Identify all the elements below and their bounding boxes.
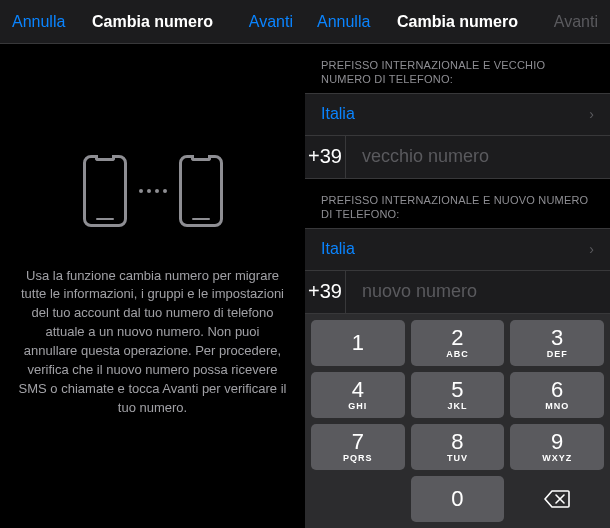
new-number-row: +39 xyxy=(305,271,610,314)
cancel-button[interactable]: Annulla xyxy=(12,13,65,31)
next-button[interactable]: Avanti xyxy=(249,13,293,31)
old-number-row: +39 xyxy=(305,136,610,179)
left-pane: Annulla Cambia numero Avanti Usa la funz… xyxy=(0,0,305,528)
key-3[interactable]: 3DEF xyxy=(510,320,604,366)
old-number-input[interactable] xyxy=(346,136,610,178)
key-7[interactable]: 7PQRS xyxy=(311,424,405,470)
key-1[interactable]: 1 xyxy=(311,320,405,366)
key-2[interactable]: 2ABC xyxy=(411,320,505,366)
transfer-dots-icon xyxy=(139,189,167,193)
next-button[interactable]: Avanti xyxy=(554,13,598,31)
old-country-name: Italia xyxy=(321,105,355,123)
left-header: Annulla Cambia numero Avanti xyxy=(0,0,305,44)
phones-illustration xyxy=(83,155,223,227)
key-4[interactable]: 4GHI xyxy=(311,372,405,418)
old-country-row[interactable]: Italia › xyxy=(305,93,610,136)
numeric-keypad: 1 2ABC 3DEF 4GHI 5JKL 6MNO 7PQRS 8TUV 9W… xyxy=(305,314,610,528)
key-0[interactable]: 0 xyxy=(411,476,505,522)
phone-icon xyxy=(83,155,127,227)
page-title: Cambia numero xyxy=(92,13,213,31)
phone-icon xyxy=(179,155,223,227)
key-8[interactable]: 8TUV xyxy=(411,424,505,470)
new-country-name: Italia xyxy=(321,240,355,258)
backspace-icon xyxy=(544,490,570,508)
right-header: Annulla Cambia numero Avanti xyxy=(305,0,610,44)
intro-text: Usa la funzione cambia numero per migrar… xyxy=(18,267,287,418)
intro-content: Usa la funzione cambia numero per migrar… xyxy=(0,44,305,528)
key-backspace[interactable] xyxy=(510,476,604,522)
key-9[interactable]: 9WXYZ xyxy=(510,424,604,470)
new-number-section-label: PREFISSO INTERNAZIONALE E NUOVO NUMERO D… xyxy=(305,179,610,228)
chevron-right-icon: › xyxy=(589,106,594,122)
right-pane: Annulla Cambia numero Avanti PREFISSO IN… xyxy=(305,0,610,528)
old-number-section-label: PREFISSO INTERNAZIONALE E VECCHIO NUMERO… xyxy=(305,44,610,93)
old-prefix: +39 xyxy=(305,136,346,178)
key-5[interactable]: 5JKL xyxy=(411,372,505,418)
new-prefix: +39 xyxy=(305,271,346,313)
key-blank xyxy=(311,476,405,522)
chevron-right-icon: › xyxy=(589,241,594,257)
new-number-input[interactable] xyxy=(346,271,610,313)
page-title: Cambia numero xyxy=(397,13,518,31)
key-6[interactable]: 6MNO xyxy=(510,372,604,418)
cancel-button[interactable]: Annulla xyxy=(317,13,370,31)
new-country-row[interactable]: Italia › xyxy=(305,228,610,271)
